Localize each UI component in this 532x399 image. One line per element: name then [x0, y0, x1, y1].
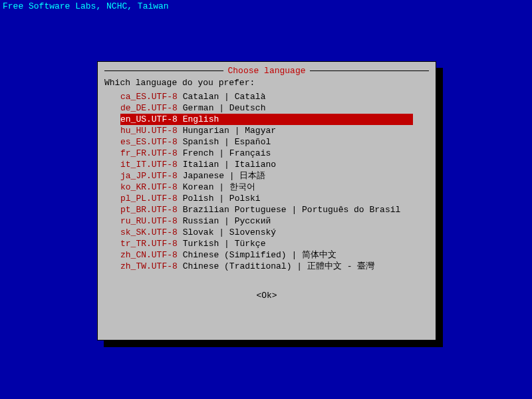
language-code: hu_HU.UTF-8	[120, 126, 178, 136]
language-dialog: Choose language Which language do you pr…	[97, 61, 436, 340]
dialog-title-row: Choose language	[104, 66, 429, 75]
language-label: Italian | Italiano	[178, 160, 276, 170]
language-code: zh_CN.UTF-8	[120, 250, 178, 260]
language-label: German | Deutsch	[178, 103, 266, 113]
screen: Free Software Labs, NCHC, Taiwan Choose …	[0, 0, 532, 399]
language-option[interactable]: es_ES.UTF-8 Spanish | Español	[104, 136, 429, 148]
header-text: Free Software Labs, NCHC, Taiwan	[3, 1, 169, 12]
language-code: tr_TR.UTF-8	[120, 239, 178, 249]
language-label: Turkish | Türkçe	[178, 239, 266, 249]
language-option[interactable]: ru_RU.UTF-8 Russian | Русский	[104, 215, 429, 227]
language-option[interactable]: ca_ES.UTF-8 Catalan | Català	[104, 91, 429, 102]
language-option[interactable]: ko_KR.UTF-8 Korean | 한국어	[104, 182, 429, 193]
language-label: Chinese (Traditional) | 正體中文 - 臺灣	[178, 261, 374, 271]
language-label: Slovak | Slovenský	[178, 227, 276, 237]
ok-button[interactable]: <Ok>	[256, 291, 277, 301]
language-code: ja_JP.UTF-8	[120, 171, 178, 181]
language-code: de_DE.UTF-8	[120, 103, 178, 113]
language-label: Chinese (Simplified) | 简体中文	[178, 250, 336, 260]
language-code: sk_SK.UTF-8	[120, 227, 178, 237]
language-label: Hungarian | Magyar	[178, 126, 276, 136]
language-option[interactable]: hu_HU.UTF-8 Hungarian | Magyar	[104, 125, 429, 136]
language-option[interactable]: tr_TR.UTF-8 Turkish | Türkçe	[104, 238, 429, 249]
dialog-prompt: Which language do you prefer:	[104, 78, 429, 88]
language-label: French | Français	[178, 148, 271, 158]
language-code: es_ES.UTF-8	[120, 137, 178, 147]
language-option[interactable]: en_US.UTF-8 English	[120, 114, 413, 125]
language-label: Russian | Русский	[178, 216, 271, 226]
language-list[interactable]: ca_ES.UTF-8 Catalan | Catalàde_DE.UTF-8 …	[104, 91, 429, 272]
language-option[interactable]: de_DE.UTF-8 German | Deutsch	[104, 102, 429, 114]
language-label: Korean | 한국어	[178, 182, 255, 192]
language-label: Brazilian Portuguese | Português do Bras…	[178, 205, 400, 215]
language-label: Catalan | Català	[178, 92, 266, 102]
language-code: pt_BR.UTF-8	[120, 205, 178, 215]
language-option[interactable]: sk_SK.UTF-8 Slovak | Slovenský	[104, 227, 429, 238]
dialog-title: Choose language	[223, 66, 309, 76]
language-label: English	[178, 114, 219, 124]
language-option[interactable]: zh_TW.UTF-8 Chinese (Traditional) | 正體中文…	[104, 261, 429, 272]
language-code: it_IT.UTF-8	[120, 160, 178, 170]
language-option[interactable]: zh_CN.UTF-8 Chinese (Simplified) | 简体中文	[104, 249, 429, 261]
language-option[interactable]: pt_BR.UTF-8 Brazilian Portuguese | Portu…	[104, 204, 429, 215]
language-code: ca_ES.UTF-8	[120, 92, 178, 102]
ok-row: <Ok>	[104, 291, 429, 301]
language-code: fr_FR.UTF-8	[120, 148, 178, 158]
language-code: ru_RU.UTF-8	[120, 216, 178, 226]
language-label: Spanish | Español	[178, 137, 271, 147]
language-code: zh_TW.UTF-8	[120, 261, 178, 271]
language-label: Polish | Polski	[178, 194, 261, 203]
language-code: en_US.UTF-8	[120, 114, 178, 124]
language-option[interactable]: pl_PL.UTF-8 Polish | Polski	[104, 193, 429, 204]
language-code: pl_PL.UTF-8	[120, 194, 178, 203]
language-option[interactable]: it_IT.UTF-8 Italian | Italiano	[104, 159, 429, 170]
language-option[interactable]: ja_JP.UTF-8 Japanese | 日本語	[104, 170, 429, 182]
language-label: Japanese | 日本語	[178, 171, 266, 181]
language-option[interactable]: fr_FR.UTF-8 French | Français	[104, 148, 429, 159]
language-code: ko_KR.UTF-8	[120, 182, 178, 192]
